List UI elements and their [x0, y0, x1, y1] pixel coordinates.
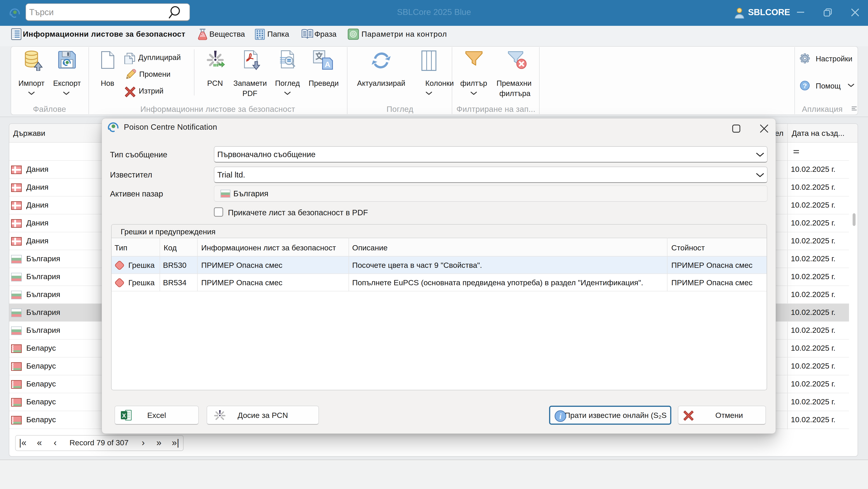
svg-text:?: ?	[803, 82, 807, 89]
svg-text:A: A	[325, 60, 331, 69]
svg-text:i: i	[559, 412, 562, 420]
